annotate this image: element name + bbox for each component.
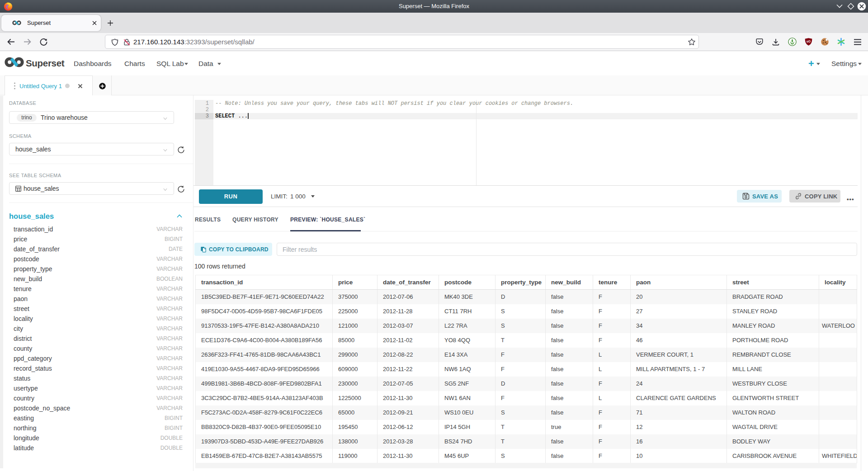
svg-text:uO: uO <box>807 40 811 43</box>
